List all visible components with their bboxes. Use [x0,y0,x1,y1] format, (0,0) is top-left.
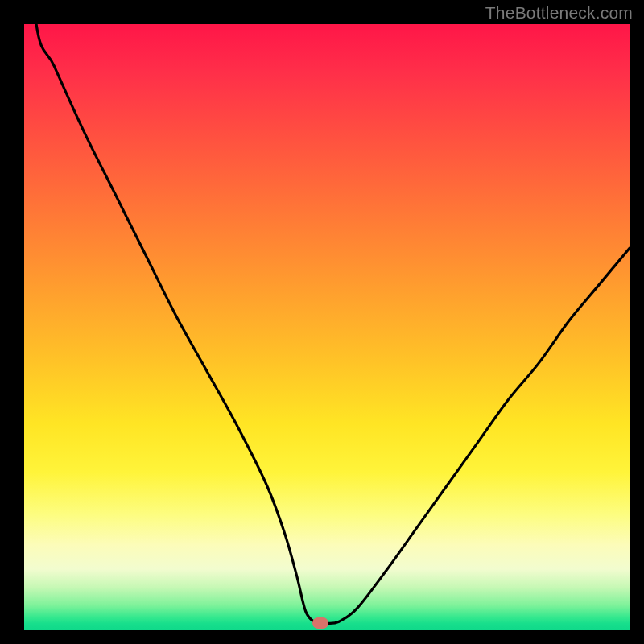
optimum-marker [312,617,328,629]
chart-frame: TheBottleneck.com [0,0,644,644]
plot-area [24,24,630,630]
curve-svg [24,24,630,630]
watermark-text: TheBottleneck.com [485,3,633,23]
bottleneck-curve [24,24,630,624]
